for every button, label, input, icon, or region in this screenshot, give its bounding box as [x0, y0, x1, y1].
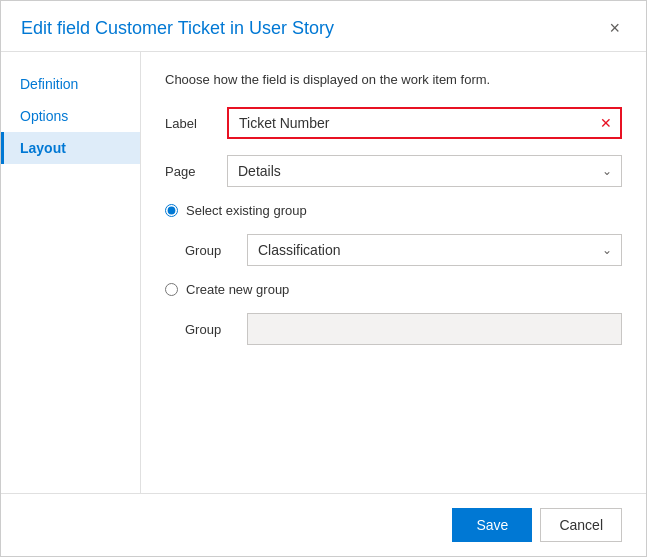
group-new-input — [247, 313, 622, 345]
close-button[interactable]: × — [603, 17, 626, 39]
dialog-title: Edit field Customer Ticket in User Story — [21, 18, 334, 39]
page-row: Page Details Overview Custom ⌄ — [165, 155, 622, 187]
create-new-group-radio[interactable] — [165, 283, 178, 296]
form-description: Choose how the field is displayed on the… — [165, 72, 622, 87]
create-new-group-row: Create new group — [165, 282, 622, 297]
select-existing-group-label[interactable]: Select existing group — [186, 203, 307, 218]
dialog-header: Edit field Customer Ticket in User Story… — [1, 1, 646, 52]
create-new-group-label[interactable]: Create new group — [186, 282, 289, 297]
page-select[interactable]: Details Overview Custom — [227, 155, 622, 187]
main-content: Choose how the field is displayed on the… — [141, 52, 646, 493]
group-existing-select-wrapper: Classification Planning Custom Group ⌄ — [247, 234, 622, 266]
sidebar: Definition Options Layout — [1, 52, 141, 493]
edit-field-dialog: Edit field Customer Ticket in User Story… — [0, 0, 647, 557]
group-existing-row: Group Classification Planning Custom Gro… — [185, 234, 622, 266]
dialog-footer: Save Cancel — [1, 493, 646, 556]
cancel-button[interactable]: Cancel — [540, 508, 622, 542]
page-select-wrapper: Details Overview Custom ⌄ — [227, 155, 622, 187]
clear-label-button[interactable]: ✕ — [600, 116, 612, 130]
label-input-outer: ✕ — [227, 107, 622, 139]
save-button[interactable]: Save — [452, 508, 532, 542]
group-existing-label: Group — [185, 243, 235, 258]
sidebar-item-options[interactable]: Options — [1, 100, 140, 132]
select-existing-group-row: Select existing group — [165, 203, 622, 218]
select-existing-group-radio[interactable] — [165, 204, 178, 217]
page-field-label: Page — [165, 164, 215, 179]
group-new-row: Group — [185, 313, 622, 345]
sidebar-item-definition[interactable]: Definition — [1, 68, 140, 100]
sidebar-item-layout[interactable]: Layout — [1, 132, 140, 164]
group-new-label: Group — [185, 322, 235, 337]
dialog-body: Definition Options Layout Choose how the… — [1, 52, 646, 493]
label-input[interactable] — [229, 109, 620, 137]
group-existing-select[interactable]: Classification Planning Custom Group — [247, 234, 622, 266]
label-row: Label ✕ — [165, 107, 622, 139]
label-field-label: Label — [165, 116, 215, 131]
